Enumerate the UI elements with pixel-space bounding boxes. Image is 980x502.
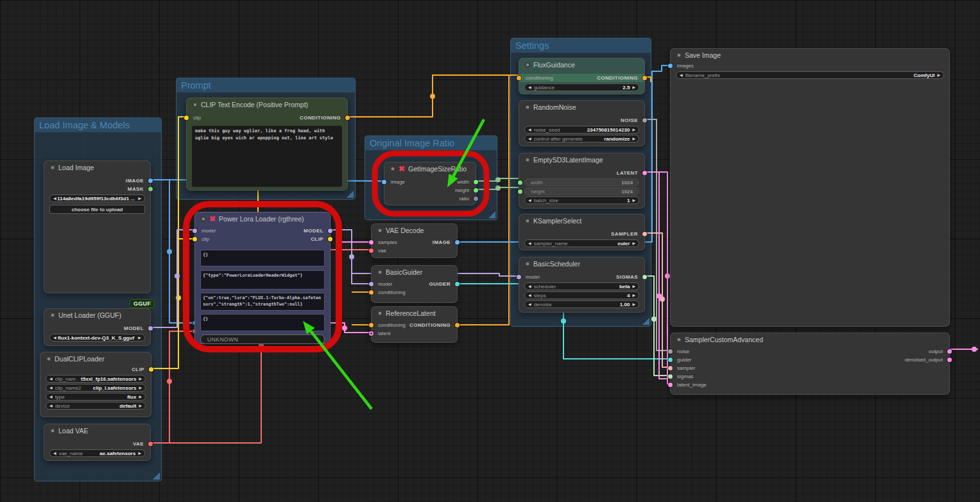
arrow-left-icon[interactable]: ◀ xyxy=(528,137,531,141)
input-port[interactable] xyxy=(518,189,522,194)
collapse-dot[interactable] xyxy=(193,102,198,107)
collapse-dot[interactable] xyxy=(377,311,383,316)
output-port[interactable] xyxy=(455,240,460,245)
widget-converted-input[interactable]: width1024 xyxy=(524,178,639,186)
widget-json-box[interactable]: {"on":true,"lora":"FLUX.1-Turbo-Alpha.sa… xyxy=(200,293,325,311)
node-title-bar[interactable]: Save Image xyxy=(671,49,949,62)
node-sampler-custom-advanced[interactable]: SamplerCustomAdvancednoiseoutputguiderde… xyxy=(670,333,950,395)
node-save-image[interactable]: Save Imageimages◀filename_prefixComfyUI▶ xyxy=(670,48,950,327)
collapse-dot[interactable] xyxy=(390,166,395,171)
input-port[interactable] xyxy=(369,331,374,336)
input-port[interactable] xyxy=(518,180,522,185)
node-random-noise[interactable]: RandomNoiseNOISE◀noise_seed2347508150142… xyxy=(519,100,645,146)
output-port[interactable] xyxy=(149,367,153,372)
output-port[interactable] xyxy=(455,282,460,286)
widget-json-box[interactable]: {} xyxy=(200,314,325,331)
arrow-right-icon[interactable]: ▶ xyxy=(632,128,635,132)
output-port[interactable] xyxy=(642,76,647,80)
collapse-dot[interactable] xyxy=(46,356,51,361)
input-port[interactable] xyxy=(668,349,673,354)
widget-combo[interactable]: ◀steps4▶ xyxy=(524,291,639,299)
input-port[interactable] xyxy=(668,383,673,387)
unknown-widget-button[interactable]: UNKNOWN xyxy=(200,334,325,344)
arrow-left-icon[interactable]: ◀ xyxy=(528,198,531,202)
node-load-image[interactable]: Load ImageIMAGEMASK◀114a8edfa19d959f13cd… xyxy=(44,160,151,293)
output-port[interactable] xyxy=(455,323,460,327)
widget-combo[interactable]: ◀vae_nameae.safetensors▶ xyxy=(49,449,145,457)
node-title-bar[interactable]: FluxGuidance xyxy=(519,58,644,71)
output-port[interactable] xyxy=(474,196,478,201)
output-port[interactable] xyxy=(947,358,952,362)
node-title-bar[interactable]: KSamplerSelect xyxy=(519,214,644,227)
node-title-bar[interactable]: ✖Power Lora Loader (rgthree) xyxy=(195,212,330,225)
widget-combo[interactable]: ◀clip_name2clip_l.safetensors▶ xyxy=(46,384,146,392)
widget-json-box[interactable]: {} xyxy=(200,250,325,266)
node-title-bar[interactable]: Load VAE xyxy=(44,424,150,437)
node-ksampler-select[interactable]: KSamplerSelectSAMPLER◀sampler_nameeuler▶ xyxy=(519,214,645,250)
arrow-left-icon[interactable]: ◀ xyxy=(528,284,531,288)
widget-combo[interactable]: ◀flux1-kontext-dev-Q3_K_S.gguf▶ xyxy=(49,334,145,342)
output-port[interactable] xyxy=(148,442,153,446)
input-port[interactable] xyxy=(193,229,197,233)
output-port[interactable] xyxy=(328,229,332,233)
arrow-left-icon[interactable]: ◀ xyxy=(528,293,531,297)
widget-combo[interactable]: ◀control after generaterandomize▶ xyxy=(524,135,639,143)
widget-converted-input[interactable]: height1024 xyxy=(524,187,639,195)
output-port[interactable] xyxy=(642,118,647,123)
collapse-dot[interactable] xyxy=(525,105,530,110)
arrow-left-icon[interactable]: ◀ xyxy=(49,386,53,390)
widget-combo[interactable]: ◀114a8edfa19d959f13cdb6f3d1 ...▶ xyxy=(49,195,145,202)
arrow-left-icon[interactable]: ◀ xyxy=(53,336,56,340)
collapse-dot[interactable] xyxy=(50,165,55,170)
node-title-bar[interactable]: Unet Loader (GGUF) xyxy=(44,309,150,322)
arrow-left-icon[interactable]: ◀ xyxy=(528,85,531,89)
arrow-right-icon[interactable]: ▶ xyxy=(632,137,635,141)
node-unet-loader[interactable]: Unet Loader (GGUF)MODEL◀flux1-kontext-de… xyxy=(44,308,151,346)
input-port[interactable] xyxy=(517,275,521,279)
collapse-dot[interactable] xyxy=(676,337,682,342)
node-empty-sd3-latent[interactable]: EmptySD3LatentImageLATENTwidth1024height… xyxy=(519,153,645,209)
input-port[interactable] xyxy=(668,358,673,362)
input-port[interactable] xyxy=(668,366,673,370)
collapse-dot[interactable] xyxy=(525,261,530,266)
arrow-right-icon[interactable]: ▶ xyxy=(139,377,142,381)
arrow-left-icon[interactable]: ◀ xyxy=(49,395,53,399)
input-port[interactable] xyxy=(369,323,374,327)
arrow-right-icon[interactable]: ▶ xyxy=(139,386,142,390)
output-port[interactable] xyxy=(947,349,952,354)
arrow-left-icon[interactable]: ◀ xyxy=(49,377,53,381)
arrow-left-icon[interactable]: ◀ xyxy=(53,196,56,200)
node-title-bar[interactable]: ✖GetImageSizeRatio xyxy=(384,162,476,175)
widget-combo[interactable]: ◀typeflux▶ xyxy=(46,393,146,401)
node-get-image-size-ratio[interactable]: ✖GetImageSizeRatioimagewidthheightratio xyxy=(384,162,476,205)
arrow-left-icon[interactable]: ◀ xyxy=(49,404,53,408)
output-port[interactable] xyxy=(642,232,647,236)
widget-combo[interactable]: ◀filename_prefixComfyUI▶ xyxy=(676,71,944,79)
output-port[interactable] xyxy=(148,187,153,191)
output-port[interactable] xyxy=(474,180,478,184)
upload-button[interactable]: choose file to upload xyxy=(49,205,145,214)
node-load-vae[interactable]: Load VAEVAE◀vae_nameae.safetensors▶ xyxy=(44,424,151,461)
arrow-left-icon[interactable]: ◀ xyxy=(680,73,683,77)
node-title-bar[interactable]: SamplerCustomAdvanced xyxy=(671,333,949,346)
node-title-bar[interactable]: CLIP Text Encode (Positive Prompt) xyxy=(187,98,347,111)
node-flux-guidance[interactable]: FluxGuidanceconditioningCONDITIONING◀gui… xyxy=(519,58,645,94)
widget-combo[interactable]: ◀devicedefault▶ xyxy=(46,402,146,410)
node-title-bar[interactable]: RandomNoise xyxy=(519,101,644,114)
arrow-right-icon[interactable]: ▶ xyxy=(632,85,635,89)
arrow-right-icon[interactable]: ▶ xyxy=(632,241,635,245)
widget-json-box[interactable]: {"type":"PowerLoraLoaderHeaderWidget"} xyxy=(200,270,325,290)
arrow-right-icon[interactable]: ▶ xyxy=(632,198,635,202)
node-basic-guider[interactable]: BasicGuidermodelGUIDERconditioning xyxy=(371,265,458,303)
widget-combo[interactable]: ◀clip_nam ...t5xxl_fp16.safetensors▶ xyxy=(46,375,146,383)
output-port[interactable] xyxy=(642,275,647,279)
widget-combo[interactable]: ◀sampler_nameeuler▶ xyxy=(524,239,639,247)
arrow-right-icon[interactable]: ▶ xyxy=(139,395,142,399)
arrow-right-icon[interactable]: ▶ xyxy=(138,451,141,455)
input-port[interactable] xyxy=(668,64,673,68)
node-vae-decode[interactable]: VAE DecodesamplesIMAGEvae xyxy=(371,223,458,258)
arrow-right-icon[interactable]: ▶ xyxy=(138,336,141,340)
input-port[interactable] xyxy=(369,248,374,253)
collapse-dot[interactable] xyxy=(50,428,55,433)
node-title-bar[interactable]: EmptySD3LatentImage xyxy=(519,153,644,166)
